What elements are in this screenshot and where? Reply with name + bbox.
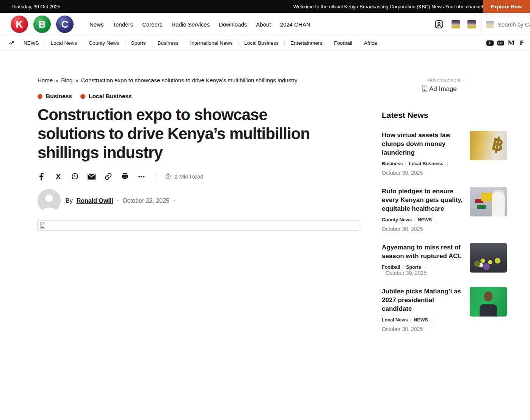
current-date: Thursday, 30 Oct 2025 <box>11 4 60 9</box>
sidebar: – Advertisement – Ad Image Latest News H… <box>382 77 507 332</box>
news-meta: Football / Sports | October 30, 2025 <box>382 265 464 276</box>
news-category[interactable]: Local Business <box>409 161 444 166</box>
title-line: solutions to drive Kenya’s multibillion <box>38 124 359 143</box>
subnav-item-local-business[interactable]: Local Business <box>238 40 284 46</box>
meta-bullet: • <box>117 198 119 204</box>
subnav-item-county-news[interactable]: County News <box>83 40 125 46</box>
facebook-share-icon[interactable] <box>38 172 45 180</box>
youtube-icon[interactable] <box>486 40 494 46</box>
tag-business[interactable]: Business <box>38 93 72 100</box>
news-category[interactable]: Football <box>382 265 400 270</box>
separator: / <box>405 161 406 166</box>
site-header: K B C News Tenders Careers Radio Service… <box>0 13 530 36</box>
news-category[interactable]: County News <box>382 217 412 223</box>
explore-now-button[interactable]: Explore Now <box>483 0 530 13</box>
news-date: October 30, 2025 <box>382 226 464 232</box>
news-date: October 30, 2025 <box>382 326 464 332</box>
news-title[interactable]: Agyemang to miss rest of season with rup… <box>382 243 464 260</box>
news-category[interactable]: Local News <box>382 317 408 323</box>
byline: By Ronald Owili • October 22, 2025 • <box>66 197 175 204</box>
separator: / <box>403 265 404 270</box>
news-category[interactable]: NEWS <box>418 217 432 223</box>
breadcrumb-separator: » <box>75 77 78 83</box>
whatsapp-share-icon[interactable] <box>71 172 79 180</box>
breadcrumb-blog[interactable]: Blog <box>61 77 72 83</box>
news-category[interactable]: Business <box>382 161 403 166</box>
separator: | <box>447 161 448 166</box>
ad-image-broken[interactable]: Ad Image <box>422 85 467 92</box>
subnav-item-local-news[interactable]: Local News <box>45 40 83 46</box>
subnav-item-international-news[interactable]: International News <box>184 40 238 46</box>
news-thumbnail-politician[interactable] <box>470 287 507 317</box>
news-date: October 30, 2025 <box>382 170 464 176</box>
nav-item-downloads[interactable]: Downloads <box>219 20 247 29</box>
latest-news-heading: Latest News <box>382 111 507 120</box>
top-bar: Thursday, 30 Oct 2025 Welcome to the off… <box>0 0 530 13</box>
nav-item-about[interactable]: About <box>256 20 271 29</box>
nav-item-news[interactable]: News <box>89 20 104 29</box>
latest-news-item: Jubilee picks Matiang’i as 2027 presiden… <box>382 287 507 332</box>
author-link[interactable]: Ronald Owili <box>77 197 113 204</box>
news-text: How virtual assets law clumps down money… <box>382 131 464 176</box>
news-meta: Business / Local Business | <box>382 161 464 166</box>
article-tags: Business Local Business <box>38 93 359 100</box>
tag-local-business[interactable]: Local Business <box>80 93 132 100</box>
tag-dot-icon <box>80 94 85 99</box>
subnav-item-business[interactable]: Business <box>152 40 184 46</box>
news-text: Jubilee picks Matiang’i as 2027 presiden… <box>382 287 464 332</box>
news-title[interactable]: How virtual assets law clumps down money… <box>382 131 464 157</box>
header-thumbnail-icon-1[interactable] <box>452 20 460 28</box>
main-navigation: News Tenders Careers Radio Services Down… <box>89 20 310 29</box>
email-share-icon[interactable] <box>88 172 96 180</box>
kbc-news-page: Thursday, 30 Oct 2025 Welcome to the off… <box>0 0 530 420</box>
subnav-item-football[interactable]: Football <box>328 40 358 46</box>
read-time: 2 Min Read <box>165 173 204 180</box>
news-thumbnail-football[interactable] <box>470 243 507 273</box>
subnav-item-news[interactable]: NEWS <box>18 40 45 46</box>
news-thumbnail-bitcoin[interactable] <box>470 131 507 160</box>
more-options-icon[interactable]: ••• <box>138 172 146 180</box>
search-category-icon <box>486 21 494 28</box>
author-row: By Ronald Owili • October 22, 2025 • <box>38 189 359 212</box>
news-title[interactable]: Ruto pledges to ensure every Kenyan gets… <box>382 187 464 213</box>
print-icon[interactable] <box>121 172 129 180</box>
nav-item-careers[interactable]: Careers <box>142 20 162 29</box>
x-share-icon[interactable]: X <box>54 172 62 180</box>
header-thumbnail-icon-2[interactable] <box>467 20 476 28</box>
google-news-icon[interactable] <box>497 40 504 46</box>
nav-item-tenders[interactable]: Tenders <box>113 20 133 29</box>
byline-prefix: By <box>66 197 73 204</box>
ad-image-alt-text: Ad Image <box>429 85 457 92</box>
account-icon[interactable] <box>434 19 444 29</box>
latest-news-item: Ruto pledges to ensure every Kenyan gets… <box>382 187 507 232</box>
title-line: shillings industry <box>38 143 359 162</box>
subnav-item-africa[interactable]: Africa <box>358 40 383 46</box>
publish-date: October 22, 2025 <box>122 197 169 204</box>
author-avatar[interactable] <box>38 189 61 212</box>
category-navigation: NEWS Local News County News Sports Busin… <box>0 36 530 50</box>
news-thumbnail-healthcare[interactable] <box>470 187 507 216</box>
content-area: Home » Blog » Construction expo to showc… <box>0 50 530 332</box>
news-category[interactable]: Sports <box>406 265 421 270</box>
separator: | <box>435 217 436 223</box>
trending-icon <box>8 40 14 46</box>
breadcrumb-current: Construction expo to showcase solutions … <box>81 77 298 83</box>
nav-item-radio-services[interactable]: Radio Services <box>171 20 210 29</box>
nav-item-2024-chan[interactable]: 2024 CHAN <box>280 20 310 29</box>
subnav-item-entertainment[interactable]: Entertainment <box>284 40 328 46</box>
flipboard-icon[interactable]: F <box>518 40 525 46</box>
news-meta: Local News / NEWS | <box>382 317 464 323</box>
latest-news-item: Agyemang to miss rest of season with rup… <box>382 243 507 276</box>
kbc-logo[interactable]: K B C <box>11 16 74 33</box>
news-title[interactable]: Jubilee picks Matiang’i as 2027 presiden… <box>382 287 464 313</box>
subnav-item-sports[interactable]: Sports <box>125 40 152 46</box>
logo-letter-k: K <box>11 16 28 33</box>
news-text: Agyemang to miss rest of season with rup… <box>382 243 464 276</box>
article-title: Construction expo to showcase solutions … <box>38 105 359 162</box>
medium-icon[interactable]: M <box>508 40 515 46</box>
copy-link-icon[interactable] <box>104 172 112 180</box>
breadcrumb-home[interactable]: Home <box>38 77 53 83</box>
search-input[interactable] <box>498 21 530 28</box>
tag-label: Business <box>46 93 72 100</box>
news-category[interactable]: NEWS <box>414 317 428 323</box>
